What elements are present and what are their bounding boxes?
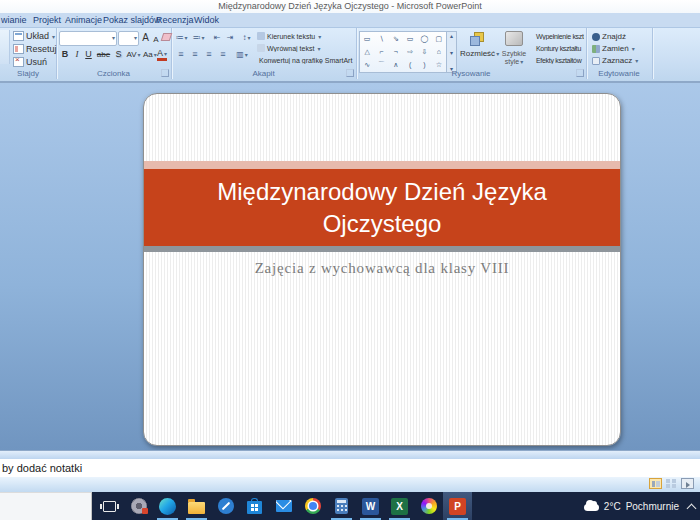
font-name-combo[interactable] <box>59 31 117 46</box>
task-view-icon <box>103 501 116 512</box>
word-icon: W <box>362 498 379 515</box>
dialog-launcher-czcionka[interactable] <box>161 69 169 77</box>
text-direction-button[interactable]: Kierunek tekstu <box>257 32 353 40</box>
word-button[interactable]: W <box>356 492 385 520</box>
group-label-akapit: Akapit <box>171 69 356 78</box>
shapes-scroll[interactable]: ▴ ▾ ▾ <box>446 31 457 73</box>
movies-tv-button[interactable] <box>124 492 153 520</box>
shape-icon[interactable]: ⌂ <box>437 46 441 58</box>
slide[interactable]: Międzynarodowy Dzień Języka Ojczystego Z… <box>143 93 621 446</box>
settings-button[interactable] <box>211 492 240 520</box>
tab-widok[interactable]: Widok <box>194 13 219 27</box>
shrink-font-button[interactable]: A <box>151 33 161 46</box>
line-spacing-button[interactable]: ↕ <box>240 31 253 44</box>
quick-styles-button[interactable]: Szybkie style <box>497 31 531 66</box>
text-direction-icon <box>257 32 265 40</box>
reset-button[interactable]: Resetuj <box>13 44 57 54</box>
find-button[interactable]: Znajdź <box>592 32 626 41</box>
dialog-launcher-rysowanie[interactable] <box>576 69 584 77</box>
taskbar-search-box[interactable] <box>0 492 92 520</box>
excel-icon: X <box>391 498 408 515</box>
numbering-button[interactable]: ≕ <box>192 31 205 44</box>
shape-icon[interactable]: ⇘ <box>393 33 399 45</box>
tab-animacje[interactable]: Animacje <box>65 13 102 27</box>
shape-fill-button[interactable]: Wypełnienie kształtu <box>534 32 584 40</box>
shape-icon[interactable]: ∖ <box>379 33 383 45</box>
shape-icon[interactable]: △ <box>364 46 369 58</box>
paint-icon <box>421 498 437 514</box>
shape-icon[interactable]: ⇩ <box>422 46 428 58</box>
paint-button[interactable] <box>414 492 443 520</box>
slide-title-banner[interactable]: Międzynarodowy Dzień Języka Ojczystego <box>144 169 620 246</box>
underline-button[interactable]: U <box>83 48 94 61</box>
align-center-button[interactable]: ≡ <box>189 48 201 61</box>
task-view-button[interactable] <box>95 492 124 520</box>
dialog-launcher-akapit[interactable] <box>346 69 354 77</box>
delete-button[interactable]: Usuń <box>13 57 47 67</box>
mail-button[interactable] <box>269 492 298 520</box>
font-size-combo[interactable] <box>118 31 139 46</box>
shape-icon[interactable]: ¬ <box>394 46 398 58</box>
italic-button[interactable]: I <box>72 48 82 61</box>
grow-font-button[interactable]: A <box>140 31 151 44</box>
decrease-indent-button[interactable]: ⇤ <box>211 31 223 44</box>
align-right-button[interactable]: ≡ <box>203 48 215 61</box>
bullets-button[interactable]: ≔ <box>175 31 188 44</box>
columns-button[interactable]: ▥ <box>235 48 249 61</box>
excel-button[interactable]: X <box>385 492 414 520</box>
new-slide-button-partial[interactable] <box>0 30 10 64</box>
align-text-button[interactable]: Wyrównaj tekst <box>257 44 353 52</box>
delete-icon <box>13 57 24 67</box>
slide-subtitle[interactable]: Zajęcia z wychowawcą dla klasy VIII <box>144 260 620 277</box>
weather-condition[interactable]: Pochmurnie <box>626 501 679 512</box>
file-explorer-button[interactable] <box>182 492 211 520</box>
select-button[interactable]: Zaznacz <box>592 56 638 65</box>
shape-outline-button[interactable]: Kontury kształtu <box>534 44 584 52</box>
strikethrough-button[interactable]: abe <box>95 48 112 61</box>
replace-button[interactable]: Zamień <box>592 44 635 53</box>
normal-view-button[interactable] <box>649 478 662 489</box>
shape-effects-button[interactable]: Efekty kształtów <box>534 56 584 64</box>
char-spacing-button[interactable]: AV <box>126 48 141 61</box>
shape-icon[interactable]: ⇨ <box>407 46 413 58</box>
tab-recenzja[interactable]: Recenzja <box>156 13 194 27</box>
change-case-button[interactable]: Aa <box>143 48 156 61</box>
increase-indent-button[interactable]: ⇥ <box>224 31 236 44</box>
justify-button[interactable]: ≡ <box>217 48 229 61</box>
shape-icon[interactable]: ◯ <box>421 33 429 45</box>
shape-icon[interactable]: ▭ <box>407 33 414 45</box>
store-button[interactable] <box>240 492 269 520</box>
notes-panel[interactable]: by dodać notatki <box>0 459 700 477</box>
shape-icon[interactable]: ▢ <box>436 33 443 45</box>
font-color-button[interactable]: A <box>157 48 167 61</box>
powerpoint-button[interactable]: P <box>443 492 472 520</box>
edge-button[interactable] <box>153 492 182 520</box>
shapes-scroll-down-icon[interactable]: ▾ <box>450 49 453 56</box>
shapes-gallery[interactable]: ▭ ∖ ⇘ ▭ ◯ ▢ △ ⌐ ¬ ⇨ ⇩ ⌂ ∿ ⌒ ∧ ( ) ☆ <box>359 31 447 73</box>
find-icon <box>592 33 600 41</box>
slide-sorter-button[interactable] <box>665 478 678 489</box>
bold-button[interactable]: B <box>59 48 71 61</box>
group-label-edytowanie: Edytowanie <box>586 69 652 78</box>
chrome-button[interactable] <box>298 492 327 520</box>
shape-icon[interactable]: ▭ <box>364 33 371 45</box>
arrange-button[interactable]: Rozmieść <box>460 31 494 58</box>
group-czcionka: A A B I U abe S AV Aa A Czcionka <box>56 28 172 79</box>
align-text-icon <box>257 44 265 52</box>
shapes-scroll-up-icon[interactable]: ▴ <box>450 32 453 39</box>
slide-pink-band <box>144 161 620 169</box>
smartart-button[interactable]: Konwertuj na grafikę SmartArt <box>257 56 353 64</box>
layout-button[interactable]: Układ <box>13 31 55 41</box>
shape-icon[interactable]: ⌐ <box>379 46 383 58</box>
group-label-rysowanie: Rysowanie <box>356 69 586 78</box>
text-shadow-button[interactable]: S <box>113 48 124 61</box>
weather-temp[interactable]: 2°C <box>604 501 621 512</box>
tab-wstawianie-partial[interactable]: wianie <box>1 13 27 27</box>
calculator-button[interactable] <box>327 492 356 520</box>
align-left-button[interactable]: ≡ <box>175 48 187 61</box>
tab-projekt[interactable]: Projekt <box>33 13 61 27</box>
slide-title[interactable]: Międzynarodowy Dzień Języka Ojczystego <box>144 176 620 240</box>
slide-show-button[interactable] <box>681 478 694 489</box>
tab-pokaz-slajdow[interactable]: Pokaz slajdów <box>103 13 161 27</box>
tray-expand-chevron-icon[interactable] <box>687 503 697 513</box>
